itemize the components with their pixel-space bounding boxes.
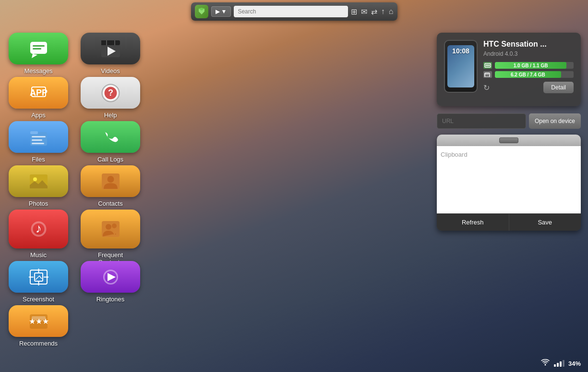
calllogs-icon <box>81 121 140 153</box>
svg-rect-49 <box>486 64 487 66</box>
svg-rect-8 <box>101 40 105 45</box>
videos-icon <box>81 33 140 64</box>
app-item-screenshot[interactable]: Screenshot <box>5 257 72 297</box>
clipboard-card: Clipboard Refresh Save <box>437 135 581 231</box>
upload-icon[interactable]: ↑ <box>381 7 385 16</box>
svg-rect-25 <box>32 143 44 144</box>
play-button[interactable]: ▶ ▼ <box>211 6 231 17</box>
svg-rect-2 <box>30 42 47 54</box>
status-bar: 34% <box>533 355 588 372</box>
right-panel: 10:08 HTC Sensation ... Android 4.0.3 1.… <box>437 33 581 231</box>
phone-time: 10:08 <box>452 47 469 55</box>
svg-point-27 <box>33 177 37 181</box>
toolbar-icons: ⊞ ✉ ⇄ ↑ ⌂ <box>351 7 394 16</box>
app-item-videos[interactable]: Videos <box>77 29 144 68</box>
app-item-files[interactable]: Files <box>5 117 72 157</box>
clipboard-body: Clipboard <box>437 146 581 213</box>
device-refresh-icon[interactable]: ↻ <box>483 83 490 92</box>
device-phone-image: 10:08 <box>444 40 478 93</box>
grid-icon[interactable]: ⊞ <box>351 7 357 16</box>
screenshot-icon <box>9 261 68 293</box>
svg-rect-4 <box>33 45 45 47</box>
photos-icon <box>9 165 68 197</box>
app-item-frequentcontacts[interactable]: ⋯ Frequent Contacts <box>77 206 144 252</box>
signal-bar-4 <box>563 360 564 367</box>
app-logo <box>195 5 208 18</box>
app-item-ringtones[interactable]: Ringtones <box>77 257 144 297</box>
music-icon: ♪ <box>9 210 68 248</box>
search-input[interactable] <box>234 6 348 17</box>
ram-icon <box>483 62 492 69</box>
app-item-music[interactable]: ♪ Music <box>5 206 72 252</box>
signal-bars <box>554 360 564 367</box>
device-os: Android 4.0.3 <box>483 50 574 57</box>
recommends-label: Recommends <box>19 340 58 347</box>
mail-icon[interactable]: ✉ <box>361 7 367 16</box>
clipboard-save-button[interactable]: Save <box>509 214 581 231</box>
ringtones-icon <box>81 261 140 293</box>
svg-rect-22 <box>30 131 38 134</box>
svg-rect-9 <box>106 40 107 45</box>
storage-bar: 6.2 GB / 7.4 GB <box>495 71 574 78</box>
app-item-messages[interactable]: Messages <box>5 29 72 68</box>
contacts-icon <box>81 165 140 197</box>
url-input[interactable] <box>437 113 526 129</box>
clipboard-footer: Refresh Save <box>437 213 581 231</box>
signal-bar-1 <box>554 364 556 367</box>
svg-marker-44 <box>108 273 116 281</box>
svg-rect-54 <box>486 73 487 75</box>
svg-rect-10 <box>109 40 113 45</box>
svg-text:♪: ♪ <box>36 221 42 236</box>
home-icon[interactable]: ⌂ <box>389 7 394 16</box>
ram-row: 1.0 GB / 1.1 GB <box>483 62 574 69</box>
clipboard-placeholder: Clipboard <box>441 151 468 158</box>
ram-label: 1.0 GB / 1.1 GB <box>512 63 550 68</box>
svg-text:⋯: ⋯ <box>110 230 117 238</box>
app-item-contacts[interactable]: Contacts <box>77 161 144 201</box>
apps-icon: APP <box>9 77 68 109</box>
svg-point-29 <box>107 176 114 183</box>
svg-rect-51 <box>489 64 490 66</box>
clipboard-clip <box>499 137 518 143</box>
svg-point-56 <box>544 364 546 366</box>
files-icon <box>9 121 68 153</box>
app-item-photos[interactable]: Photos <box>5 161 72 201</box>
storage-bar-fill: 6.2 GB / 7.4 GB <box>495 71 561 78</box>
messages-icon <box>9 33 68 64</box>
play-icon: ▶ <box>216 8 220 15</box>
device-info: HTC Sensation ... Android 4.0.3 1.0 GB /… <box>483 40 574 93</box>
open-device-button[interactable]: Open on device <box>529 113 581 129</box>
url-bar-row: Open on device <box>437 113 581 129</box>
app-grid: Messages Videos APP Apps <box>5 29 144 341</box>
device-footer: ↻ Detail <box>483 82 574 93</box>
clipboard-header <box>437 135 581 146</box>
svg-rect-55 <box>488 73 489 75</box>
app-item-recommends[interactable]: ★★★ Recommends <box>5 301 72 341</box>
svg-rect-47 <box>32 316 46 320</box>
storage-row: 6.2 GB / 7.4 GB <box>483 71 574 78</box>
app-item-apps[interactable]: APP Apps <box>5 73 72 112</box>
svg-rect-5 <box>33 48 41 50</box>
svg-rect-24 <box>32 139 42 141</box>
svg-rect-50 <box>487 64 488 66</box>
sd-icon <box>483 71 492 78</box>
svg-marker-3 <box>32 54 37 58</box>
app-item-help[interactable]: ? Help <box>77 73 144 112</box>
device-card: 10:08 HTC Sensation ... Android 4.0.3 1.… <box>437 33 581 106</box>
svg-text:?: ? <box>108 88 113 98</box>
phone-screen: 10:08 <box>447 45 474 87</box>
signal-bar-3 <box>560 361 562 367</box>
battery-text: 34% <box>568 360 581 367</box>
transfer-icon[interactable]: ⇄ <box>371 7 377 16</box>
clipboard-refresh-button[interactable]: Refresh <box>437 214 509 231</box>
svg-rect-53 <box>485 73 486 75</box>
svg-rect-11 <box>114 40 115 45</box>
svg-rect-23 <box>32 136 46 137</box>
svg-point-33 <box>106 224 111 230</box>
app-item-calllogs[interactable]: Call Logs <box>77 117 144 157</box>
device-name: HTC Sensation ... <box>483 40 574 49</box>
ram-bar-fill: 1.0 GB / 1.1 GB <box>495 62 566 69</box>
detail-button[interactable]: Detail <box>543 82 574 93</box>
signal-bar-2 <box>557 363 559 367</box>
frequentcontacts-icon: ⋯ <box>81 210 140 248</box>
